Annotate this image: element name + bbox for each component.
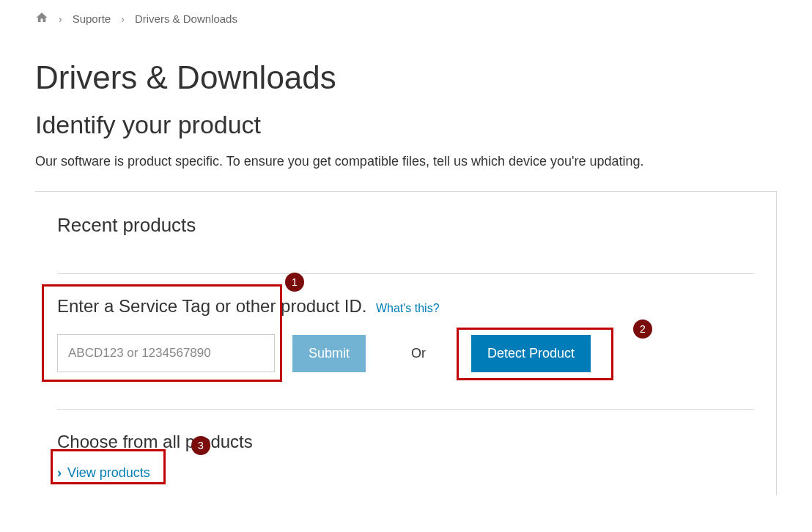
detect-product-button[interactable]: Detect Product [471, 335, 591, 372]
view-products-link[interactable]: › View products [57, 465, 150, 481]
breadcrumb-item-drivers[interactable]: Drivers & Downloads [135, 12, 237, 25]
chevron-right-icon: › [59, 13, 62, 25]
annotation-badge-1: 1 [285, 273, 304, 292]
divider [57, 273, 754, 274]
submit-button[interactable]: Submit [292, 335, 366, 372]
page-subtitle: Identify your product [35, 111, 777, 139]
service-tag-row: Submit Or Detect Product [57, 334, 754, 372]
whats-this-link[interactable]: What's this? [376, 302, 440, 314]
home-icon[interactable] [35, 11, 48, 26]
choose-heading: Choose from all products [57, 432, 754, 452]
product-panel: Recent products Enter a Service Tag or o… [35, 191, 777, 495]
chevron-right-icon: › [57, 465, 62, 481]
or-text: Or [411, 346, 426, 361]
service-tag-input[interactable] [57, 334, 275, 372]
breadcrumb: › Suporte › Drivers & Downloads [0, 0, 812, 26]
page-description: Our software is product specific. To ens… [35, 154, 777, 169]
page-title: Drivers & Downloads [35, 59, 777, 96]
service-tag-heading: Enter a Service Tag or other product ID. [57, 296, 366, 316]
view-products-label: View products [67, 465, 150, 481]
chevron-right-icon: › [121, 13, 125, 25]
breadcrumb-item-support[interactable]: Suporte [73, 12, 111, 25]
recent-products-heading: Recent products [57, 214, 754, 237]
divider [57, 409, 754, 410]
